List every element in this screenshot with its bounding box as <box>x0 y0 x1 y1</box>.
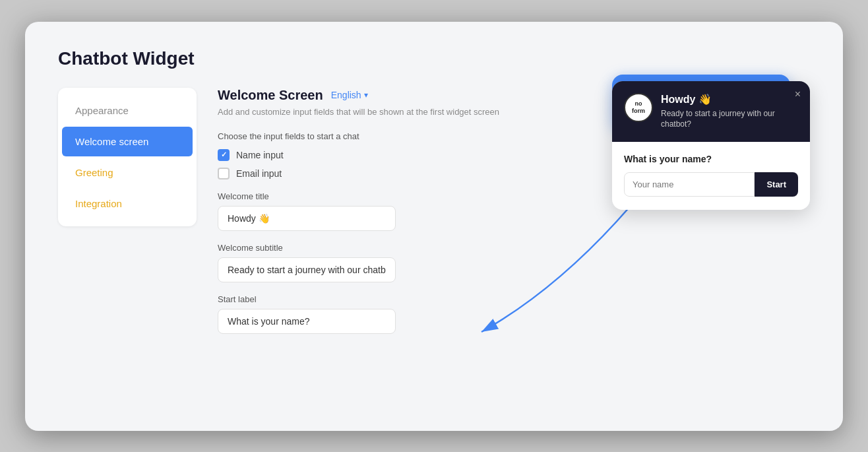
sidebar-item-welcome-screen[interactable]: Welcome screen <box>62 127 193 156</box>
preview-subtitle: Ready to start a journey with our chatbo… <box>661 108 798 131</box>
sidebar-item-greeting[interactable]: Greeting <box>62 158 193 187</box>
preview-header: noform Howdy 👋 Ready to start a journey … <box>612 81 810 143</box>
preview-input-row: Start <box>624 172 798 197</box>
sidebar-item-integration[interactable]: Integration <box>62 189 193 218</box>
page-title: Chatbot Widget <box>58 48 810 69</box>
main-layout: Appearance Welcome screen Greeting Integ… <box>58 88 810 334</box>
start-label-label: Start label <box>218 294 810 304</box>
start-label-input[interactable] <box>218 309 396 334</box>
email-input-checkbox[interactable] <box>218 168 230 179</box>
preview-header-text: Howdy 👋 Ready to start a journey with ou… <box>661 93 798 131</box>
preview-name-input[interactable] <box>624 172 755 197</box>
name-input-checkbox[interactable] <box>218 149 230 161</box>
name-input-label: Name input <box>236 150 284 160</box>
preview-body: What is your name? Start <box>612 142 810 210</box>
main-window: Chatbot Widget Appearance Welcome screen… <box>25 22 843 431</box>
welcome-subtitle-input[interactable] <box>218 257 396 282</box>
sidebar: Appearance Welcome screen Greeting Integ… <box>58 88 197 226</box>
preview-card: noform Howdy 👋 Ready to start a journey … <box>612 81 810 210</box>
preview-question: What is your name? <box>624 154 798 164</box>
preview-title: Howdy 👋 <box>661 93 798 106</box>
welcome-subtitle-label: Welcome subtitle <box>218 243 810 253</box>
welcome-subtitle-group: Welcome subtitle <box>218 243 810 282</box>
chevron-down-icon: ▾ <box>364 90 368 100</box>
start-label-group: Start label <box>218 294 810 334</box>
content-area: Add welcome title,subtitle and label Wel… <box>218 88 810 334</box>
close-icon[interactable]: × <box>795 89 801 100</box>
preview-logo: noform <box>624 93 653 122</box>
language-selector[interactable]: English ▾ <box>331 90 368 100</box>
preview-start-button[interactable]: Start <box>755 172 798 197</box>
welcome-title-input[interactable] <box>218 206 396 231</box>
section-title: Welcome Screen <box>218 88 323 103</box>
sidebar-item-appearance[interactable]: Appearance <box>62 96 193 125</box>
email-input-label: Email input <box>236 168 282 179</box>
